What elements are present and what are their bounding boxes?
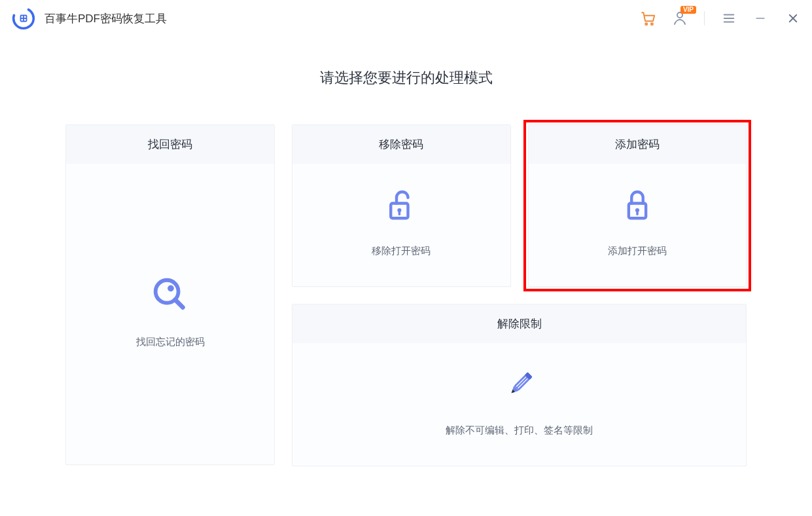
titlebar-divider xyxy=(704,11,705,26)
card-title: 添加密码 xyxy=(529,125,747,164)
card-add-password[interactable]: 添加密码 添加打开密码 xyxy=(528,124,747,287)
vip-badge: VIP xyxy=(680,6,696,14)
titlebar: 百事牛PDF密码恢复工具 VIP xyxy=(0,0,812,37)
svg-point-7 xyxy=(651,23,653,25)
page-title: 请选择您要进行的处理模式 xyxy=(65,68,747,88)
user-account-icon[interactable]: VIP xyxy=(671,10,688,27)
titlebar-actions: VIP xyxy=(640,9,803,28)
svg-line-17 xyxy=(175,300,183,308)
card-title: 找回密码 xyxy=(66,125,274,164)
main-content: 请选择您要进行的处理模式 找回密码 找回忘记的密码 xyxy=(0,37,812,466)
cart-icon[interactable] xyxy=(640,10,657,27)
svg-rect-5 xyxy=(24,19,26,21)
card-title: 移除密码 xyxy=(292,125,510,164)
card-remove-restriction[interactable]: 解除限制 xyxy=(292,304,747,466)
card-title: 解除限制 xyxy=(292,304,746,343)
card-desc: 找回忘记的密码 xyxy=(136,336,205,348)
svg-point-16 xyxy=(168,285,174,291)
magnifier-icon xyxy=(150,274,190,318)
menu-icon[interactable] xyxy=(720,10,737,27)
card-desc: 添加打开密码 xyxy=(608,245,667,257)
svg-rect-1 xyxy=(20,15,27,22)
lock-icon xyxy=(619,187,656,227)
pencil-icon xyxy=(501,367,538,406)
card-desc: 解除不可编辑、打印、签名等限制 xyxy=(446,424,593,437)
svg-rect-4 xyxy=(21,19,23,21)
card-remove-password[interactable]: 移除密码 移除打开密码 xyxy=(292,124,511,287)
svg-point-6 xyxy=(645,23,647,25)
unlock-icon xyxy=(383,187,419,227)
minimize-button[interactable] xyxy=(752,10,769,27)
mode-grid: 找回密码 找回忘记的密码 移除密码 xyxy=(65,124,747,466)
svg-rect-2 xyxy=(21,16,23,18)
app-title: 百事牛PDF密码恢复工具 xyxy=(44,11,167,26)
card-desc: 移除打开密码 xyxy=(372,245,431,257)
app-logo-icon xyxy=(12,7,35,30)
svg-rect-3 xyxy=(24,16,26,18)
close-button[interactable] xyxy=(783,9,803,28)
card-recover-password[interactable]: 找回密码 找回忘记的密码 xyxy=(65,124,275,465)
